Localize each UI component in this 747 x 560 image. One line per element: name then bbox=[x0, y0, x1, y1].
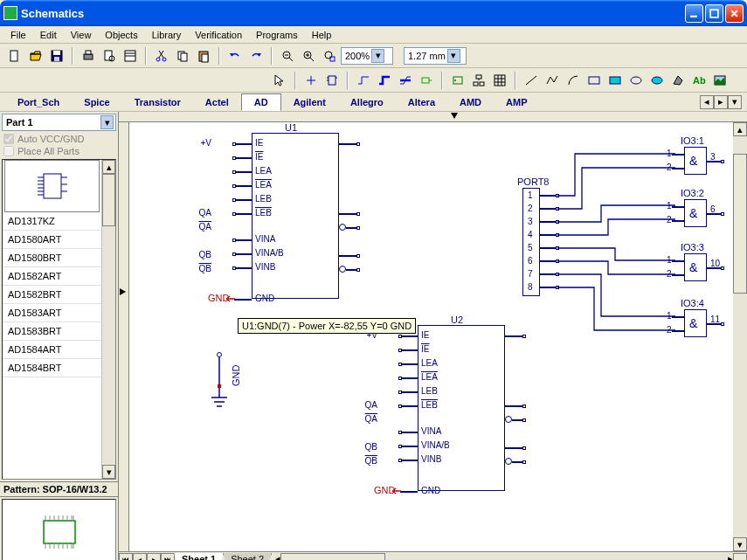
auto-vcc-check[interactable]: Auto VCC/GND bbox=[0, 133, 118, 145]
zoom-in-icon[interactable] bbox=[299, 46, 318, 66]
image-icon[interactable] bbox=[710, 71, 730, 90]
line-icon[interactable] bbox=[522, 71, 541, 90]
svg-rect-82 bbox=[218, 384, 221, 388]
part-item[interactable]: AD1580BRT bbox=[3, 249, 101, 267]
ellipse-fill-icon[interactable] bbox=[647, 71, 667, 90]
close-button[interactable] bbox=[725, 4, 744, 23]
part-item[interactable]: AD1584ART bbox=[3, 341, 101, 359]
save-icon[interactable] bbox=[47, 46, 66, 66]
zoom-out-icon[interactable] bbox=[278, 46, 297, 66]
libtab-actel[interactable]: Actel bbox=[193, 94, 241, 110]
menu-library[interactable]: Library bbox=[145, 28, 189, 42]
chevron-down-icon[interactable]: ▾ bbox=[447, 49, 460, 63]
titles-icon[interactable] bbox=[121, 46, 140, 66]
place-all-checkbox[interactable] bbox=[3, 146, 14, 156]
copy-icon[interactable] bbox=[173, 46, 192, 66]
libtab-menu-icon[interactable]: ▾ bbox=[728, 95, 742, 109]
svg-line-23 bbox=[310, 58, 314, 61]
ellipse-icon[interactable] bbox=[626, 71, 646, 90]
ic-icon[interactable] bbox=[322, 71, 342, 90]
libtab-amd[interactable]: AMD bbox=[447, 94, 494, 110]
sheet-tab-2[interactable]: Sheet 2 bbox=[223, 553, 272, 560]
part-item[interactable]: AD1580ART bbox=[3, 231, 101, 249]
menu-verification[interactable]: Verification bbox=[188, 28, 249, 42]
text-icon[interactable]: Abc bbox=[689, 71, 709, 90]
busconnector-icon[interactable] bbox=[396, 71, 415, 90]
scroll-right-icon[interactable]: ▸ bbox=[728, 553, 733, 561]
libtab-prev-icon[interactable]: ◂ bbox=[700, 95, 714, 109]
part-selector[interactable]: Part 1 ▾ bbox=[2, 114, 116, 131]
rect-fill-icon[interactable] bbox=[605, 71, 625, 90]
place-all-check[interactable]: Place All Parts bbox=[0, 145, 118, 157]
u2-ref: U2 bbox=[451, 315, 463, 325]
chevron-down-icon[interactable]: ▾ bbox=[371, 49, 384, 63]
auto-vcc-checkbox[interactable] bbox=[3, 134, 14, 144]
wire-icon[interactable] bbox=[354, 71, 373, 90]
menu-objects[interactable]: Objects bbox=[98, 28, 144, 42]
ground-symbol[interactable]: GND bbox=[208, 349, 231, 421]
libtab-agilent[interactable]: Agilent bbox=[281, 94, 338, 110]
part-item[interactable]: AD1583ART bbox=[3, 304, 101, 322]
cursor-icon[interactable] bbox=[270, 71, 289, 90]
scroll-up-icon[interactable]: ▴ bbox=[102, 160, 115, 174]
print-icon[interactable] bbox=[79, 46, 98, 66]
cut-icon[interactable] bbox=[152, 46, 171, 66]
part-icon[interactable] bbox=[448, 71, 467, 90]
part-item[interactable]: AD1317KZ bbox=[3, 212, 101, 231]
menu-view[interactable]: View bbox=[64, 28, 99, 42]
libtab-spice[interactable]: Spice bbox=[72, 94, 121, 110]
scroll-up-icon[interactable]: ▴ bbox=[733, 122, 747, 136]
scroll-thumb[interactable] bbox=[733, 154, 747, 294]
schematic-canvas[interactable]: U1 IE IE LEA LEA LEB LEB VINA VINA/B bbox=[129, 122, 733, 551]
part-item[interactable]: AD1582ART bbox=[3, 267, 101, 286]
netport-icon[interactable] bbox=[417, 71, 436, 90]
scroll-thumb[interactable] bbox=[102, 174, 115, 226]
grid-icon[interactable] bbox=[490, 71, 509, 90]
undo-icon[interactable] bbox=[225, 46, 245, 66]
libtab-allegro[interactable]: Allegro bbox=[338, 94, 396, 110]
sheet-first-icon[interactable]: ⏮ bbox=[119, 553, 133, 561]
chevron-down-icon[interactable]: ▾ bbox=[100, 115, 114, 129]
new-icon[interactable] bbox=[5, 46, 24, 66]
libtab-transistor[interactable]: Transistor bbox=[122, 94, 193, 110]
print-preview-icon[interactable] bbox=[100, 46, 119, 66]
polyline-icon[interactable] bbox=[543, 71, 562, 90]
component-icon[interactable] bbox=[301, 71, 321, 90]
zoom-combo[interactable]: 200%▾ bbox=[341, 47, 393, 65]
redo-icon[interactable] bbox=[246, 46, 266, 66]
part-item[interactable]: AD1584BRT bbox=[3, 359, 101, 377]
libtab-ad[interactable]: AD bbox=[241, 93, 281, 111]
poly-icon[interactable] bbox=[668, 71, 688, 90]
canvas-vscrollbar[interactable]: ▴ ▾ bbox=[733, 122, 747, 551]
menu-help[interactable]: Help bbox=[305, 28, 339, 42]
scroll-down-icon[interactable]: ▾ bbox=[102, 465, 115, 479]
maximize-button[interactable] bbox=[705, 4, 723, 23]
paste-icon[interactable] bbox=[194, 46, 213, 66]
part-item[interactable]: AD1583BRT bbox=[3, 322, 101, 341]
open-icon[interactable] bbox=[26, 46, 45, 66]
canvas-hscrollbar[interactable]: ◂ ▸ bbox=[275, 553, 733, 561]
scroll-down-icon[interactable]: ▾ bbox=[733, 537, 747, 551]
minimize-button[interactable] bbox=[685, 4, 703, 23]
sheet-prev-icon[interactable]: ◂ bbox=[133, 553, 147, 561]
bus-icon[interactable] bbox=[375, 71, 394, 90]
zoom-window-icon[interactable] bbox=[320, 46, 339, 66]
titlebar: Schematics bbox=[0, 0, 747, 26]
libtab-amp[interactable]: AMP bbox=[494, 94, 539, 110]
scroll-thumb[interactable] bbox=[280, 553, 385, 561]
grid-combo[interactable]: 1.27 mm▾ bbox=[404, 47, 467, 65]
libtab-next-icon[interactable]: ▸ bbox=[714, 95, 728, 109]
menu-programs[interactable]: Programs bbox=[249, 28, 305, 42]
arc-icon[interactable] bbox=[564, 71, 583, 90]
menu-edit[interactable]: Edit bbox=[33, 28, 64, 42]
menu-file[interactable]: File bbox=[3, 28, 33, 42]
sheet-next-icon[interactable]: ▸ bbox=[147, 553, 161, 561]
part-item[interactable]: AD1582BRT bbox=[3, 286, 101, 304]
libtab-portsch[interactable]: Port_Sch bbox=[5, 94, 72, 110]
hierarchy-icon[interactable] bbox=[469, 71, 488, 90]
libtab-altera[interactable]: Altera bbox=[396, 94, 447, 110]
sheet-tab-1[interactable]: Sheet 1 bbox=[174, 553, 224, 560]
sheet-last-icon[interactable]: ⏭ bbox=[161, 553, 175, 561]
rect-icon[interactable] bbox=[584, 71, 604, 90]
part-list-scrollbar[interactable]: ▴ ▾ bbox=[101, 160, 115, 479]
